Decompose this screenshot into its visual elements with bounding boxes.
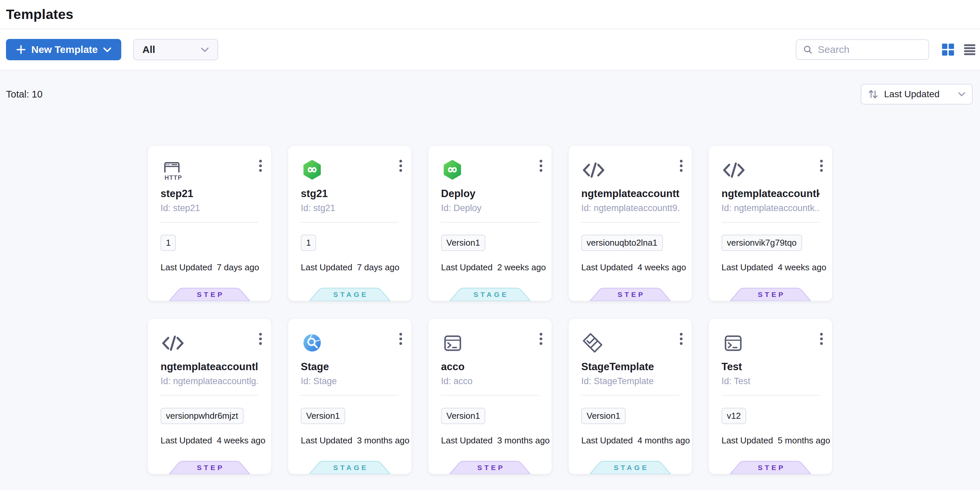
card-divider [161, 222, 258, 223]
http-step-icon: HTTP [161, 159, 184, 182]
template-title: ngtemplateaccountk... [722, 188, 819, 200]
template-type-ribbon: STAGE [589, 461, 671, 474]
custom-stage-icon [301, 331, 323, 354]
template-card[interactable]: HTTP [288, 319, 411, 474]
card-top-row: HTTP [722, 159, 819, 182]
template-id: Id: Deploy [441, 203, 539, 213]
ribbon-label: STEP [730, 464, 811, 472]
template-type-filter-select[interactable]: All [133, 39, 218, 60]
template-id: Id: StageTemplate [581, 376, 679, 387]
card-divider [301, 395, 399, 396]
template-card[interactable]: HTTP [428, 146, 552, 301]
last-updated-value: 4 weeks ago [638, 262, 686, 273]
template-card[interactable]: HTTP [709, 319, 832, 474]
template-type-icon-slot: HTTP [161, 331, 186, 355]
code-step-icon [581, 159, 606, 182]
ribbon-label: STEP [169, 464, 250, 472]
template-card[interactable]: HTTP [148, 146, 271, 301]
version-badge-row: 1 [161, 235, 258, 251]
terminal-step-icon [722, 331, 745, 355]
ribbon-label: STAGE [309, 464, 391, 472]
last-updated-row: Last Updated 7 days ago [301, 262, 399, 273]
card-top-row: HTTP [581, 331, 679, 355]
card-top-row: HTTP [161, 331, 258, 355]
summary-row: Total: 10 Last Updated [0, 84, 980, 105]
card-divider [441, 222, 539, 223]
card-menu-button[interactable] [398, 331, 404, 347]
new-template-button[interactable]: New Template [6, 39, 121, 60]
template-id: Id: Stage [301, 376, 399, 387]
template-type-ribbon: STEP [169, 288, 250, 301]
card-menu-button[interactable] [818, 158, 825, 174]
svg-text:HTTP: HTTP [165, 174, 182, 181]
template-card[interactable]: HTTP [428, 319, 552, 474]
grid-view-button[interactable] [942, 43, 955, 56]
last-updated-value: 3 months ago [497, 435, 550, 446]
chevron-down-icon [103, 47, 111, 52]
template-type-ribbon: STEP [449, 461, 531, 474]
template-type-icon-slot: HTTP [581, 159, 606, 182]
template-type-ribbon: STEP [169, 461, 250, 474]
ribbon-label: STAGE [449, 290, 531, 298]
template-type-icon-slot: HTTP [581, 331, 606, 355]
search-box [796, 39, 929, 60]
template-type-icon-slot: HTTP [301, 159, 326, 182]
list-view-button[interactable] [964, 43, 975, 56]
version-badge-row: 1 [301, 235, 399, 251]
template-card[interactable]: HTTP [569, 146, 692, 301]
card-divider [581, 222, 679, 223]
version-badge: Version1 [581, 408, 625, 424]
template-title: Deploy [441, 188, 539, 200]
stacked-tags-check-icon [581, 331, 605, 355]
template-title: step21 [161, 188, 258, 200]
last-updated-label: Last Updated [441, 262, 493, 273]
template-card[interactable]: HTTP [709, 146, 832, 301]
card-top-row: HTTP [441, 159, 539, 182]
template-id: Id: step21 [161, 203, 258, 213]
template-id: Id: ngtemplateaccountk... [722, 203, 819, 213]
card-menu-button[interactable] [538, 331, 544, 347]
template-card[interactable]: HTTP [288, 146, 411, 301]
sort-dropdown[interactable]: Last Updated [861, 84, 973, 105]
last-updated-value: 2 weeks ago [497, 262, 546, 273]
card-menu-button[interactable] [257, 158, 264, 174]
card-menu-button[interactable] [818, 331, 825, 347]
version-badge: Version1 [441, 235, 485, 251]
card-menu-button[interactable] [257, 331, 264, 347]
list-view-icon [964, 43, 975, 56]
last-updated-row: Last Updated 7 days ago [161, 262, 258, 273]
card-menu-button[interactable] [538, 158, 544, 174]
new-template-label: New Template [31, 44, 98, 55]
code-step-icon [722, 159, 746, 182]
last-updated-label: Last Updated [161, 262, 212, 273]
template-type-icon-slot: HTTP [722, 159, 747, 182]
search-input[interactable] [818, 44, 922, 55]
plus-icon [16, 44, 26, 55]
version-badge-row: v12 [722, 408, 819, 424]
card-menu-button[interactable] [678, 158, 684, 174]
version-badge-row: versionpwhdr6mjzt [161, 408, 258, 424]
template-card[interactable]: HTTP [569, 319, 692, 474]
last-updated-row: Last Updated 4 weeks ago [581, 262, 679, 273]
last-updated-row: Last Updated 3 months ago [441, 435, 539, 446]
template-type-icon-slot: HTTP [161, 159, 186, 182]
version-badge-row: Version1 [581, 408, 679, 424]
card-menu-button[interactable] [398, 158, 404, 174]
ribbon-label: STEP [169, 290, 250, 298]
template-type-ribbon: STEP [589, 288, 671, 301]
filter-selected-value: All [143, 44, 155, 55]
sort-selected-value: Last Updated [884, 89, 952, 100]
last-updated-row: Last Updated 3 months ago [301, 435, 399, 446]
template-type-ribbon: STAGE [309, 288, 391, 301]
template-type-icon-slot: HTTP [301, 331, 326, 355]
version-badge: versionvik7g79tqo [722, 235, 802, 251]
card-divider [301, 222, 399, 223]
template-id: Id: ngtemplateaccountt9... [581, 203, 679, 213]
last-updated-label: Last Updated [441, 435, 493, 446]
grid-view-icon [942, 43, 955, 56]
card-divider [722, 222, 819, 223]
version-badge-row: Version1 [441, 408, 539, 424]
template-card[interactable]: HTTP [148, 319, 271, 474]
ribbon-label: STAGE [309, 290, 391, 298]
card-menu-button[interactable] [678, 331, 684, 347]
